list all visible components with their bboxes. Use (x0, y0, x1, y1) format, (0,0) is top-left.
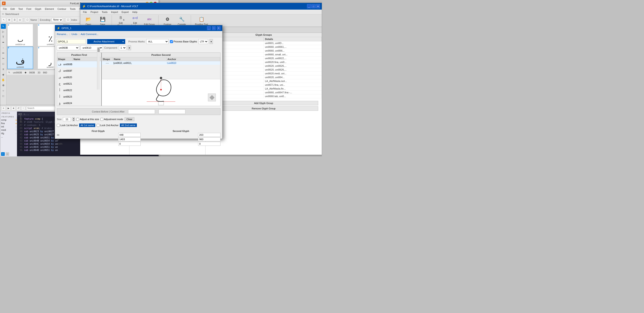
component-dropdown[interactable]: ▾ (128, 45, 131, 50)
gg-row-tnum2[interactable]: tnum2 uni0660.tab, uni0... (206, 94, 322, 98)
cursor-tool-button[interactable]: ↖ (2, 18, 6, 22)
gpos-type-dropdown[interactable]: ▾ (121, 39, 125, 44)
fontlab-menu-edit[interactable]: Edit (9, 7, 16, 11)
hamburger-menu-button[interactable]: ≡ (2, 106, 6, 110)
gpos-close-button[interactable]: ✕ (217, 26, 220, 30)
adjust-size-checkbox[interactable] (76, 118, 79, 121)
gg-row-ccmp2[interactable]: ccmp2 uni0660, uni0661,... (206, 45, 322, 49)
lock-1st-anchor-checkbox[interactable] (57, 124, 60, 127)
feature-init[interactable]: init ☆ (0, 125, 18, 128)
pencil-tool[interactable]: ✏ (1, 51, 6, 56)
list-view-button[interactable]: ☰ (12, 18, 17, 22)
hand-tool[interactable]: ✋ (1, 77, 6, 82)
width-second-input[interactable] (198, 142, 220, 146)
gg-row-ccmp4[interactable]: ccmp4 uni0660, small, uni... (206, 53, 322, 56)
feature-ccmp[interactable]: ccmp ★ (0, 118, 18, 122)
fontlab-menu-file[interactable]: File (1, 7, 9, 11)
width-first-input[interactable] (118, 142, 141, 146)
clear-button[interactable]: Clear (124, 117, 134, 121)
remove-glyph-group-button[interactable]: Remove Glyph Group (209, 106, 318, 111)
dy-second-input[interactable] (198, 137, 220, 141)
grid-view-button[interactable]: ⊞ (7, 18, 12, 22)
gpos-name-input[interactable] (57, 39, 86, 44)
adjustment-mode-checkbox[interactable] (100, 118, 103, 121)
eye-tool[interactable]: ◈ (1, 72, 6, 77)
feature-medi[interactable]: medi ☆ (0, 128, 18, 132)
size-up-button[interactable]: ▲ (72, 117, 75, 119)
volt-explore-button[interactable]: ⚙ Explore (161, 15, 174, 26)
cut-tool[interactable]: ✂ (1, 56, 6, 61)
circle-tool[interactable]: ○ (1, 88, 6, 93)
volt-menu-project[interactable]: Project (89, 10, 100, 14)
feature-more[interactable]: ... (0, 135, 18, 139)
add-feature-button[interactable]: + (1, 152, 5, 156)
classes-vertical-label[interactable]: CLASSES (20, 113, 22, 122)
remove-feature-button[interactable]: − (6, 152, 9, 156)
arrow-tool[interactable]: ↖ (1, 24, 6, 29)
measure-tool[interactable]: ≡ (1, 67, 6, 72)
first-glyph-select-1[interactable]: uni060B (57, 45, 79, 50)
add-glyph-group-button[interactable]: Add Glyph Group (209, 101, 318, 105)
gg-row-medi[interactable]: medi uni0620.medi, uni... (206, 72, 322, 75)
add-comment-link[interactable]: Add Comment... (81, 33, 98, 35)
glyph-cell-uni003A[interactable]: ٮ uni003A.ar (8, 24, 33, 46)
index-button[interactable]: ☐ (66, 18, 70, 22)
pos2-row-uni0610[interactable]: — {uni0610, uni0611, t.uni0610 (102, 61, 220, 65)
pen-tool[interactable]: ✒ (1, 40, 6, 45)
volt-menu-tools[interactable]: Tools (100, 10, 109, 14)
refresh-button[interactable]: ↺ (16, 106, 20, 110)
brush-tool[interactable]: ◦ (1, 45, 6, 50)
node-tool[interactable]: ▷ (1, 29, 6, 34)
fontlab-menu-element[interactable]: Element (43, 7, 56, 11)
shape-tool[interactable]: □ (1, 61, 6, 66)
rename-link[interactable]: Rename... (57, 33, 68, 35)
volt-menu-help[interactable]: Help (130, 10, 139, 14)
feature-rlig[interactable]: rlig ☆ (0, 132, 18, 135)
volt-menu-file[interactable]: File (81, 10, 89, 14)
zoom-tool[interactable]: ⊕ (1, 83, 6, 88)
undo-link[interactable]: Undo (72, 33, 77, 35)
volt-minimize-button[interactable]: _ (307, 4, 311, 8)
star-button[interactable]: ★ (12, 106, 16, 110)
text-tool[interactable]: T (1, 35, 6, 39)
ltr-select[interactable]: LTR RTL (198, 39, 208, 44)
pos-row-uni060F[interactable]: ك uni060F (57, 68, 101, 74)
play-button[interactable]: ▶ (6, 106, 10, 110)
rect-tool[interactable]: □ (1, 94, 6, 98)
gg-row-rlig2[interactable]: rlig2 LA_AlefWasla.isol... (206, 79, 322, 83)
fontlab-menu-glyph[interactable]: Glyph (33, 7, 43, 11)
gpos-maximize-button[interactable]: □ (212, 26, 216, 30)
gg-row-ccmp[interactable]: ccmp uni0601, uni0D... (206, 41, 322, 45)
fontlab-menu-tools[interactable]: Tools (68, 7, 77, 11)
gg-row-tnum[interactable]: tnum uni0660, uni0647.fina -... (206, 91, 322, 94)
pos-row-uni0622[interactable]: أ uni0622 (57, 87, 101, 94)
volt-open-button[interactable]: 📂 Open (82, 15, 94, 26)
gg-row-rlig4[interactable]: rlig4 LA_AlefWasla.fin... (206, 87, 322, 91)
first-scrollbar[interactable] (97, 47, 100, 90)
gg-row-init-medi[interactable]: init_medi uni0620, uni0626,... (206, 68, 322, 72)
fontlab-menu-text[interactable]: Text (16, 7, 24, 11)
glyph-cell-uni060B[interactable]: ف uni060B (8, 47, 33, 69)
gpos-type-button[interactable]: Anchor Attachment (87, 39, 121, 44)
volt-menu-export[interactable]: Export (120, 10, 130, 14)
component-select[interactable]: 1 2 (119, 45, 126, 50)
pos-row-uni0621[interactable]: ع uni0621 (57, 81, 101, 87)
size-input[interactable] (63, 117, 71, 121)
volt-maximize-button[interactable]: □ (312, 4, 316, 8)
all-2nd-same-button[interactable]: All 2nd same (120, 124, 137, 127)
fontlab-menu-contour[interactable]: Contour (56, 7, 68, 11)
volt-menu-import[interactable]: Import (109, 10, 120, 14)
dy-first-input[interactable] (118, 137, 141, 141)
ltr-dropdown[interactable]: ▾ (210, 39, 213, 44)
lock-2nd-anchor-checkbox[interactable] (96, 124, 100, 127)
process-base-checkbox[interactable] (170, 40, 173, 43)
gg-row-fina[interactable]: fina uni0620, uni0622,... (206, 56, 322, 60)
pos-row-uni0620[interactable]: ى uni0620 (57, 74, 101, 81)
gg-row-fina2[interactable]: fina2 uni0620.fina, uni0... (206, 60, 322, 64)
dx-second-input[interactable] (198, 133, 220, 137)
size-down-button[interactable]: ▼ (72, 119, 75, 121)
gg-row-ccmp3[interactable]: ccmp3 uni0660, uni066... (206, 49, 322, 53)
name-view-button[interactable]: ☐ (25, 18, 30, 22)
gg-row-rlig[interactable]: rlig uni0620, uni064... (206, 75, 322, 79)
dx-first-input[interactable] (118, 133, 141, 137)
